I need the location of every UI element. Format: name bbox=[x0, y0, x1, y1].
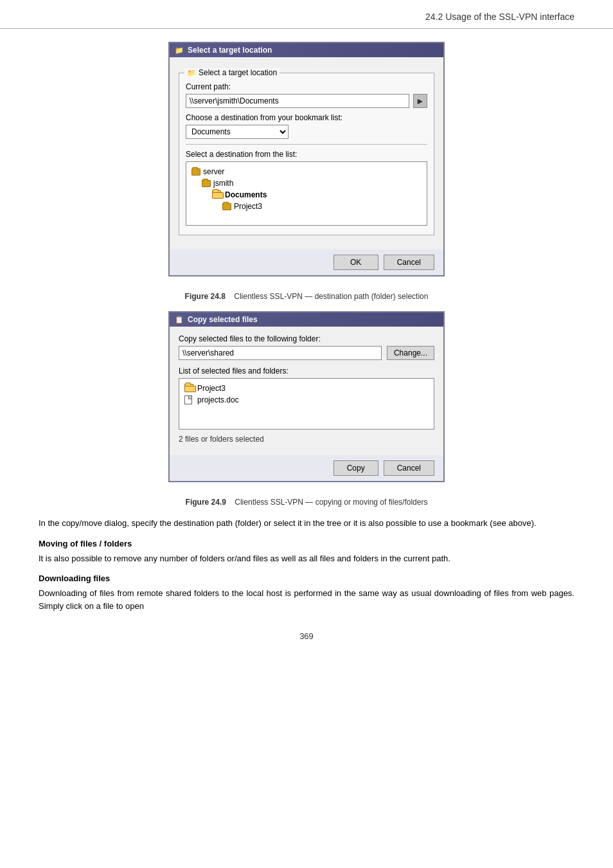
bookmark-row: Documents bbox=[186, 125, 427, 139]
dialog2-buttons: Copy Cancel bbox=[170, 455, 443, 481]
current-path-label: Current path: bbox=[186, 82, 427, 91]
section1-heading: Moving of files / folders bbox=[39, 539, 574, 548]
figure1-text: Clientless SSL-VPN — destination path (f… bbox=[234, 292, 428, 301]
folder-closed-icon bbox=[222, 203, 231, 210]
tree-item-documents[interactable]: Documents bbox=[191, 189, 422, 201]
tree-item-label: Documents bbox=[225, 190, 267, 199]
cancel-button[interactable]: Cancel bbox=[384, 255, 434, 270]
copy-path-input[interactable] bbox=[179, 346, 382, 360]
cancel-button[interactable]: Cancel bbox=[384, 460, 434, 476]
figure2-number: Figure 24.9 bbox=[186, 498, 226, 507]
copy-icon bbox=[175, 315, 184, 324]
dialog2-titlebar: Copy selected files bbox=[170, 312, 443, 327]
body-text1: In the copy/move dialog, specify the des… bbox=[39, 517, 574, 530]
folder-closed-icon bbox=[191, 168, 200, 176]
list-item-label: projects.doc bbox=[197, 395, 239, 404]
figure2-text: Clientless SSL-VPN — copying or moving o… bbox=[235, 498, 427, 507]
dialog1-group: Select a target location Current path: ►… bbox=[179, 73, 434, 235]
files-list: Project3 projects.doc bbox=[179, 378, 434, 429]
list-item-label: Project3 bbox=[197, 384, 226, 393]
dialog1-buttons: OK Cancel bbox=[170, 249, 443, 275]
tree-item-label: server bbox=[203, 167, 224, 176]
tree-item-project3[interactable]: Project3 bbox=[191, 201, 422, 212]
section2-heading: Downloading files bbox=[39, 574, 574, 583]
folder-icon bbox=[175, 46, 184, 55]
dialog2-title: Copy selected files bbox=[188, 315, 258, 324]
section-title: 24.2 Usage of the SSL-VPN interface bbox=[425, 12, 574, 22]
ok-button[interactable]: OK bbox=[333, 255, 378, 270]
figure2-caption: Figure 24.9 Clientless SSL-VPN — copying… bbox=[39, 498, 574, 507]
group-folder-icon bbox=[187, 68, 196, 77]
list-item-project3[interactable]: Project3 bbox=[184, 383, 429, 394]
figure1-caption: Figure 24.8 Clientless SSL-VPN — destina… bbox=[39, 292, 574, 301]
copy-path-row: Change... bbox=[179, 346, 434, 360]
copy-button[interactable]: Copy bbox=[333, 460, 378, 476]
tree-item-label: Project3 bbox=[234, 202, 262, 211]
dialog1-body: Select a target location Current path: ►… bbox=[170, 57, 443, 249]
dialog1-title: Select a target location bbox=[188, 46, 272, 55]
file-icon bbox=[184, 395, 192, 404]
copy-files-dialog: Copy selected files Copy selected files … bbox=[168, 311, 445, 482]
navigate-button[interactable]: ► bbox=[413, 94, 427, 108]
dialog1-titlebar: Select a target location bbox=[170, 43, 443, 57]
status-text: 2 files or folders selected bbox=[179, 435, 434, 444]
tree-item-label: jsmith bbox=[213, 179, 233, 188]
main-content: Select a target location Select a target… bbox=[0, 42, 613, 641]
current-path-row: ► bbox=[186, 94, 427, 108]
bookmark-label: Choose a destination from your bookmark … bbox=[186, 113, 427, 122]
select-target-dialog: Select a target location Select a target… bbox=[168, 42, 445, 276]
dialog2-body: Copy selected files to the following fol… bbox=[170, 327, 443, 455]
dialog1-group-title: Select a target location bbox=[184, 68, 280, 77]
page-number: 369 bbox=[39, 631, 574, 641]
list-item-projects-doc[interactable]: projects.doc bbox=[184, 394, 429, 406]
current-path-input[interactable] bbox=[186, 94, 409, 108]
copy-label: Copy selected files to the following fol… bbox=[179, 334, 434, 343]
section2-text: Downloading of files from remote shared … bbox=[39, 587, 574, 612]
folder-tree: server jsmith Documents bbox=[186, 161, 427, 226]
folder-closed-icon bbox=[202, 180, 211, 187]
folder-open-icon bbox=[184, 384, 193, 391]
tree-item-server[interactable]: server bbox=[191, 166, 422, 177]
bookmark-select[interactable]: Documents bbox=[186, 125, 289, 139]
list-label: Select a destination from the list: bbox=[186, 150, 427, 159]
change-button[interactable]: Change... bbox=[387, 346, 434, 360]
section1-text: It is also possible to remove any number… bbox=[39, 552, 574, 565]
page-header: 24.2 Usage of the SSL-VPN interface bbox=[0, 0, 613, 29]
figure1-number: Figure 24.8 bbox=[185, 292, 226, 301]
folder-open-icon bbox=[212, 190, 221, 197]
tree-item-jsmith[interactable]: jsmith bbox=[191, 177, 422, 189]
files-list-label: List of selected files and folders: bbox=[179, 366, 434, 375]
